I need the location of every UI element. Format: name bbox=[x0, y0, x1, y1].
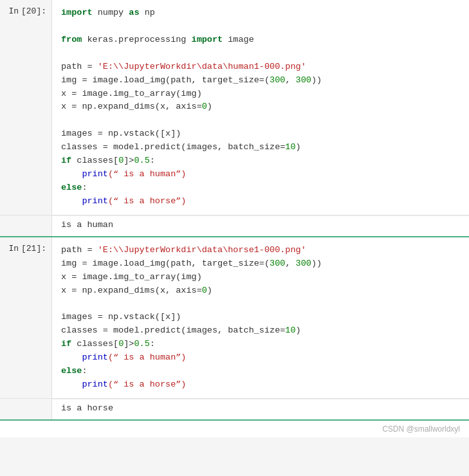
in-label-0: In bbox=[8, 6, 19, 16]
code-line-1-7: if classes[0]>0.5: bbox=[61, 338, 460, 351]
code-line-1-0: path = 'E:\\JupyterWorkdir\data\horse1-0… bbox=[61, 244, 460, 257]
in-number-1: [21]: bbox=[21, 244, 46, 253]
code-line-0-12: print(“ is a human”) bbox=[61, 168, 460, 181]
code-line-0-9: images = np.vstack([x]) bbox=[61, 127, 460, 141]
code-line-1-9: else: bbox=[61, 365, 460, 378]
code-line-0-3 bbox=[61, 47, 460, 60]
cell-prompt-0: In[20]: bbox=[6, 6, 46, 16]
code-line-0-14: print(“ is a horse”) bbox=[61, 195, 460, 208]
code-line-0-6: x = image.img_to_array(img) bbox=[61, 87, 460, 101]
watermark: CSDN @smallworldxyl bbox=[0, 421, 469, 437]
code-line-0-7: x = np.expand_dims(x, axis=0) bbox=[61, 100, 460, 114]
code-line-0-8 bbox=[61, 114, 460, 127]
code-line-0-13: else: bbox=[61, 181, 460, 195]
notebook: In[20]:import numpy as np from keras.pre… bbox=[0, 0, 469, 476]
in-label-1: In bbox=[8, 244, 19, 253]
output-gutter-0 bbox=[0, 215, 51, 236]
code-line-1-5: images = np.vstack([x]) bbox=[61, 311, 460, 324]
code-line-0-5: img = image.load_img(path, target_size=(… bbox=[61, 74, 460, 87]
code-line-0-10: classes = model.predict(images, batch_si… bbox=[61, 141, 460, 154]
code-line-1-10: print(“ is a horse”) bbox=[61, 378, 460, 392]
code-cell-1: In[21]:path = 'E:\\JupyterWorkdir\data\h… bbox=[0, 237, 469, 399]
code-line-0-11: if classes[0]>0.5: bbox=[61, 154, 460, 168]
cell-gutter-1: In[21]: bbox=[0, 237, 51, 398]
code-line-1-8: print(“ is a human”) bbox=[61, 351, 460, 365]
code-line-0-4: path = 'E:\\JupyterWorkdir\data\human1-0… bbox=[61, 60, 460, 74]
output-area-0: is a human bbox=[0, 215, 469, 236]
code-content-0[interactable]: import numpy as np from keras.preprocess… bbox=[51, 0, 469, 215]
output-content-1: is a horse bbox=[51, 399, 469, 419]
cell-wrapper-0: In[20]:import numpy as np from keras.pre… bbox=[0, 0, 469, 237]
code-line-1-6: classes = model.predict(images, batch_si… bbox=[61, 324, 460, 338]
code-line-0-2: from keras.preprocessing import image bbox=[61, 33, 460, 47]
in-number-0: [20]: bbox=[21, 6, 46, 16]
code-line-1-3: x = np.expand_dims(x, axis=0) bbox=[61, 284, 460, 298]
code-content-1[interactable]: path = 'E:\\JupyterWorkdir\data\horse1-0… bbox=[51, 237, 469, 398]
cell-gutter-0: In[20]: bbox=[0, 0, 51, 215]
code-cell-0: In[20]:import numpy as np from keras.pre… bbox=[0, 0, 469, 215]
code-block-1: path = 'E:\\JupyterWorkdir\data\horse1-0… bbox=[61, 244, 460, 392]
code-line-1-2: x = image.img_to_array(img) bbox=[61, 271, 460, 284]
output-gutter-1 bbox=[0, 399, 51, 419]
code-line-0-0: import numpy as np bbox=[61, 6, 460, 20]
cell-prompt-1: In[21]: bbox=[6, 244, 46, 253]
output-area-1: is a horse bbox=[0, 399, 469, 419]
code-line-0-1 bbox=[61, 20, 460, 33]
code-line-1-1: img = image.load_img(path, target_size=(… bbox=[61, 257, 460, 271]
output-content-0: is a human bbox=[51, 215, 469, 236]
code-line-1-4 bbox=[61, 298, 460, 311]
cell-wrapper-1: In[21]:path = 'E:\\JupyterWorkdir\data\h… bbox=[0, 237, 469, 421]
code-block-0: import numpy as np from keras.preprocess… bbox=[61, 6, 460, 208]
